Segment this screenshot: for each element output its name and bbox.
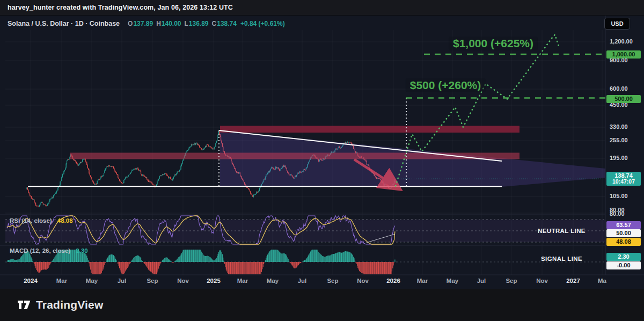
ohlc-label-open: O bbox=[128, 20, 133, 27]
time-axis-tick: Nov bbox=[536, 278, 548, 284]
time-axis-tick: 2027 bbox=[566, 278, 580, 284]
time-axis-tick: Mar bbox=[417, 278, 428, 284]
price-axis-badge: 500.00 bbox=[606, 95, 641, 103]
ohlc-label-low: L bbox=[185, 20, 188, 27]
time-axis-tick: Nov bbox=[357, 278, 369, 284]
time-axis-tick: Jul bbox=[118, 278, 127, 284]
time-axis-tick: 2025 bbox=[207, 278, 221, 284]
time-axis-tick: 2026 bbox=[386, 278, 400, 284]
time-axis-tick: Sep bbox=[506, 278, 517, 284]
price-axis-badge: -0.00 bbox=[606, 261, 641, 269]
time-axis-tick: Nov bbox=[177, 278, 189, 284]
target-1000-label[interactable]: $1,000 (+625%) bbox=[449, 37, 538, 50]
ohlc-value-high: 140.00 bbox=[162, 20, 181, 27]
signal-line-label[interactable]: SIGNAL LINE bbox=[541, 256, 582, 262]
ohlc-value-open: 137.89 bbox=[133, 20, 153, 27]
time-axis-tick: Ma bbox=[598, 278, 606, 284]
price-axis-label: 255.00 bbox=[610, 137, 628, 143]
tradingview-chart-window: harvey_hunter created with TradingView.c… bbox=[0, 0, 644, 321]
time-axis-tick: May bbox=[447, 278, 458, 284]
ohlc-value-close: 138.74 bbox=[217, 20, 237, 27]
price-axis-label: 330.00 bbox=[610, 123, 628, 130]
time-axis-tick: Mar bbox=[56, 278, 67, 284]
price-axis-label: 105.00 bbox=[610, 193, 628, 199]
time-axis-tick: May bbox=[267, 278, 279, 284]
time-axis-tick: 2024 bbox=[24, 278, 38, 284]
macd-legend[interactable]: MACD (12, 26, close) 2.30 bbox=[10, 247, 88, 254]
price-axis-badge: 2.30 bbox=[606, 253, 641, 261]
price-axis-badge: 48.08 bbox=[606, 238, 641, 246]
rsi-legend[interactable]: RSI (14, close) 48.08 bbox=[10, 217, 73, 224]
macd-label: MACD (12, 26, close) bbox=[10, 247, 70, 254]
tradingview-logo-icon[interactable] bbox=[17, 299, 31, 311]
attribution-text: harvey_hunter created with TradingView.c… bbox=[8, 4, 233, 11]
ohlc-label-close: C bbox=[212, 20, 217, 27]
price-axis-badge: 50.00 bbox=[606, 229, 641, 237]
price-axis-label: 600.00 bbox=[610, 85, 628, 92]
currency-button[interactable]: USD bbox=[604, 18, 630, 30]
ohlc-value-low: 136.89 bbox=[189, 20, 209, 27]
macd-value: 2.30 bbox=[76, 247, 87, 254]
change-value: +0.84 (+0.61%) bbox=[240, 20, 285, 27]
rsi-label: RSI (14, close) bbox=[10, 217, 52, 224]
rsi-value: 48.08 bbox=[57, 217, 73, 224]
symbol-title: Solana / U.S. Dollar · 1D · Coinbase bbox=[8, 20, 120, 27]
price-axis-badge: 1,000.00 bbox=[606, 50, 641, 59]
time-axis[interactable]: 2024MarMayJulSepNov2025MarMayJulSepNov20… bbox=[0, 275, 644, 289]
price-axis-badge: 138.7410:47:07 bbox=[606, 172, 641, 186]
price-axis-badge: 63.57 bbox=[606, 221, 641, 229]
target-500-label[interactable]: $500 (+260%) bbox=[406, 78, 486, 92]
price-axis[interactable]: 1,200.00900.00600.00450.00330.00255.0019… bbox=[605, 15, 644, 275]
time-axis-tick: May bbox=[86, 278, 98, 284]
time-axis-tick: Sep bbox=[327, 278, 338, 284]
tradingview-logo-text[interactable]: TradingView bbox=[36, 298, 104, 311]
time-axis-tick: Mar bbox=[237, 278, 248, 284]
attribution-bar: harvey_hunter created with TradingView.c… bbox=[0, 0, 644, 16]
neutral-line-label[interactable]: NEUTRAL LINE bbox=[538, 228, 586, 234]
time-axis-tick: Jul bbox=[477, 278, 486, 284]
price-axis-label: 195.00 bbox=[610, 155, 628, 161]
price-axis-label: 1,200.00 bbox=[610, 38, 633, 45]
price-axis-label: 80.00 bbox=[610, 210, 625, 217]
symbol-legend[interactable]: Solana / U.S. Dollar · 1D · Coinbase O 1… bbox=[8, 20, 285, 27]
time-axis-tick: Sep bbox=[147, 278, 158, 284]
chart-canvas[interactable] bbox=[0, 0, 644, 321]
footer-bar: TradingView bbox=[0, 289, 644, 321]
ohlc-label-high: H bbox=[156, 20, 161, 27]
time-axis-tick: Jul bbox=[298, 278, 307, 284]
